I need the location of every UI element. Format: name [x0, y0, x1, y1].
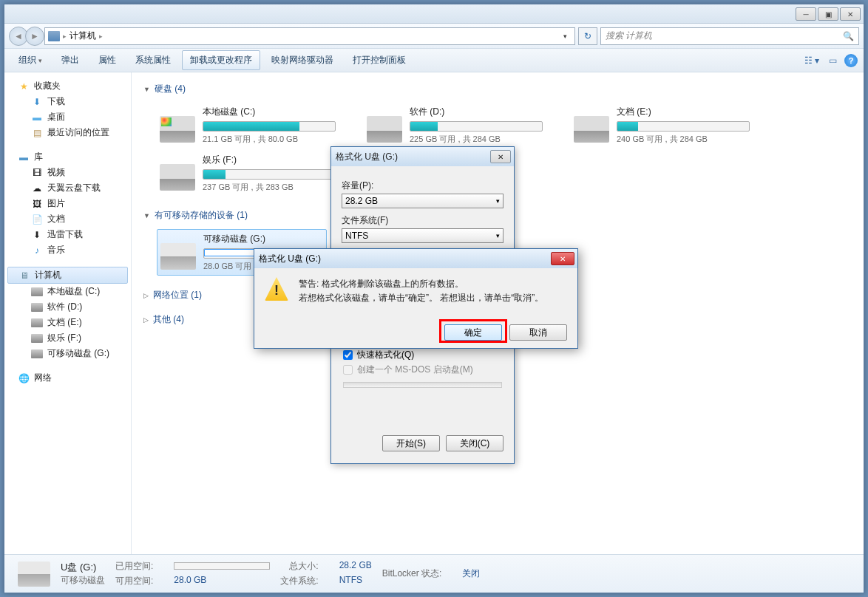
chevron-right-icon: ▸ [63, 33, 67, 40]
search-input[interactable]: 搜索 计算机 🔍 [600, 27, 859, 45]
capacity-bar [410, 121, 543, 132]
eject-button[interactable]: 弹出 [53, 50, 87, 70]
sidebar-item-xunlei[interactable]: ⬇迅雷下载 [4, 227, 131, 242]
collapse-icon: ▼ [143, 212, 150, 219]
filesystem-select[interactable]: NTFS [342, 228, 503, 243]
sidebar-item-drive-d[interactable]: 软件 (D:) [4, 299, 131, 315]
warning-text: 警告: 格式化将删除该磁盘上的所有数据。 若想格式化该磁盘，请单击“确定”。 若… [299, 277, 543, 305]
sidebar-item-documents[interactable]: 📄文档 [4, 211, 131, 227]
desktop-icon: ▬ [31, 112, 43, 123]
preview-pane-button[interactable]: ▭ [824, 52, 841, 69]
sidebar-item-drive-g[interactable]: 可移动磁盘 (G:) [4, 346, 131, 361]
star-icon: ★ [18, 81, 30, 92]
warning-dialog: 格式化 U盘 (G:) ✕ 警告: 格式化将删除该磁盘上的所有数据。 若想格式化… [254, 248, 578, 349]
organize-button[interactable]: 组织 [10, 50, 50, 70]
drive-c[interactable]: 本地磁盘 (C:) 21.1 GB 可用 , 共 80.0 GB [157, 103, 327, 148]
sidebar-item-drive-f[interactable]: 娱乐 (F:) [4, 330, 131, 346]
drive-icon [160, 164, 195, 191]
ok-button[interactable]: 确定 [444, 324, 502, 341]
sidebar: ★收藏夹 ⬇下载 ▬桌面 ▤最近访问的位置 ▬库 🎞视频 ☁天翼云盘下载 🖼图片… [4, 72, 132, 554]
address-dropdown[interactable]: ▾ [558, 33, 572, 40]
close-button[interactable]: ✕ [840, 7, 861, 21]
sidebar-item-downloads[interactable]: ⬇下载 [4, 94, 131, 109]
refresh-button[interactable]: ↻ [578, 27, 597, 45]
capacity-select[interactable]: 28.2 GB [342, 194, 503, 208]
expand-icon: ▷ [143, 292, 149, 299]
nav-bar: ◄ ► ▸ 计算机 ▸ ▾ ↻ 搜索 计算机 🔍 [4, 24, 864, 49]
sidebar-item-videos[interactable]: 🎞视频 [4, 165, 131, 180]
help-icon[interactable]: ? [844, 54, 858, 67]
sidebar-network[interactable]: 🌐网络 [4, 370, 131, 386]
minimize-button[interactable]: ─ [796, 7, 816, 21]
forward-button[interactable]: ► [25, 27, 44, 46]
picture-icon: 🖼 [31, 198, 43, 210]
sidebar-item-recent[interactable]: ▤最近访问的位置 [4, 125, 131, 140]
removable-drive-icon [18, 562, 50, 587]
drive-e[interactable]: 文档 (E:) 240 GB 可用 , 共 284 GB [571, 103, 741, 148]
sidebar-computer[interactable]: 🖥计算机 [7, 267, 128, 284]
address-bar[interactable]: ▸ 计算机 ▸ ▾ [44, 27, 575, 45]
drive-icon [31, 303, 43, 312]
computer-icon: 🖥 [18, 270, 30, 282]
drive-icon [31, 349, 43, 358]
progress-bar [343, 382, 502, 388]
sidebar-item-cloud[interactable]: ☁天翼云盘下载 [4, 180, 131, 196]
drive-icon [31, 334, 43, 343]
close-button[interactable]: ✕ [551, 252, 574, 265]
music-icon: ♪ [31, 245, 43, 256]
start-button[interactable]: 开始(S) [382, 435, 440, 451]
cloud-icon: ☁ [31, 182, 43, 194]
download-icon: ⬇ [31, 229, 43, 241]
map-drive-button[interactable]: 映射网络驱动器 [263, 50, 342, 70]
properties-button[interactable]: 属性 [90, 50, 124, 70]
cancel-button[interactable]: 取消 [509, 324, 567, 341]
sidebar-item-music[interactable]: ♪音乐 [4, 242, 131, 258]
expand-icon: ▷ [143, 316, 149, 324]
drive-d[interactable]: 软件 (D:) 225 GB 可用 , 共 284 GB [364, 103, 534, 148]
drive-f[interactable]: 娱乐 (F:) 237 GB 可用 , 共 283 GB [157, 151, 327, 196]
sidebar-item-drive-e[interactable]: 文档 (E:) [4, 315, 131, 330]
sidebar-libraries[interactable]: ▬库 [4, 149, 131, 165]
warning-dialog-title: 格式化 U盘 (G:) ✕ [254, 249, 577, 268]
drive-icon [31, 318, 43, 327]
view-options-button[interactable]: ☷ ▾ [803, 52, 821, 69]
close-button[interactable]: 关闭(C) [446, 435, 503, 451]
explorer-window: ─ ▣ ✕ ◄ ► ▸ 计算机 ▸ ▾ ↻ 搜索 计算机 🔍 组织 弹出 属性 … [4, 4, 864, 593]
network-icon: 🌐 [18, 372, 30, 384]
sidebar-item-pictures[interactable]: 🖼图片 [4, 196, 131, 211]
toolbar: 组织 弹出 属性 系统属性 卸载或更改程序 映射网络驱动器 打开控制面板 ☷ ▾… [4, 49, 864, 72]
sidebar-item-desktop[interactable]: ▬桌面 [4, 109, 131, 125]
sidebar-item-drive-c[interactable]: 本地磁盘 (C:) [4, 284, 131, 299]
capacity-bar [203, 121, 336, 132]
system-properties-button[interactable]: 系统属性 [127, 50, 179, 70]
removable-drive-icon [160, 243, 196, 270]
drive-icon [574, 116, 609, 143]
capacity-bar [203, 169, 336, 180]
computer-icon [48, 31, 60, 41]
search-placeholder: 搜索 计算机 [606, 30, 652, 42]
maximize-button[interactable]: ▣ [818, 7, 838, 21]
warning-icon [265, 277, 288, 301]
document-icon: 📄 [31, 214, 43, 225]
titlebar: ─ ▣ ✕ [4, 4, 864, 24]
video-icon: 🎞 [31, 167, 43, 179]
quick-format-checkbox[interactable]: 快速格式化(Q) [343, 349, 502, 361]
download-icon: ⬇ [31, 96, 43, 108]
drive-icon [31, 287, 43, 296]
library-icon: ▬ [18, 151, 30, 163]
details-title: U盘 (G:) [61, 561, 105, 574]
uninstall-button[interactable]: 卸载或更改程序 [182, 50, 260, 70]
used-space-bar [174, 562, 270, 570]
address-segment[interactable]: 计算机 [69, 30, 96, 42]
search-icon: 🔍 [843, 31, 854, 41]
close-button[interactable]: ✕ [490, 150, 511, 163]
section-hdd[interactable]: ▼硬盘 (4) [143, 80, 852, 98]
chevron-right-icon: ▸ [99, 33, 103, 40]
drive-icon [160, 116, 195, 143]
recent-icon: ▤ [31, 127, 43, 139]
sidebar-favorites[interactable]: ★收藏夹 [4, 78, 131, 94]
msdos-checkbox: 创建一个 MS-DOS 启动盘(M) [343, 364, 502, 376]
control-panel-button[interactable]: 打开控制面板 [345, 50, 414, 70]
format-dialog-title: 格式化 U盘 (G:) ✕ [331, 147, 514, 166]
collapse-icon: ▼ [143, 86, 150, 93]
